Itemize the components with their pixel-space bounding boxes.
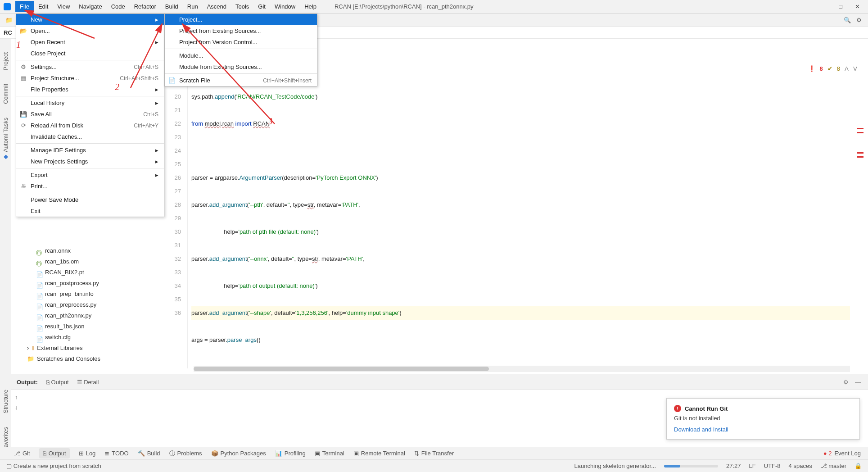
file-reload[interactable]: ⟳Reload All from DiskCtrl+Alt+Y (16, 120, 164, 131)
bt-problems[interactable]: ⓘ Problems (169, 449, 202, 458)
event-log-badge[interactable]: ● 2 (823, 450, 832, 457)
search-icon[interactable]: 🔍 (844, 17, 851, 23)
encoding[interactable]: UTF-8 (764, 463, 781, 469)
menu-ascend[interactable]: Ascend (203, 1, 231, 12)
new-from-vcs[interactable]: Project from Version Control... (165, 36, 317, 48)
new-module-existing[interactable]: Module from Existing Sources... (165, 61, 317, 73)
file-export[interactable]: Export▸ (16, 169, 164, 181)
tree-external-libs[interactable]: › ⫴ External Libraries (23, 343, 149, 354)
file-power-save[interactable]: Power Save Mode (16, 194, 164, 205)
bt-profiling[interactable]: 📊 Profiling (275, 450, 306, 457)
next-highlight[interactable]: ᐯ (853, 65, 857, 72)
editor-hscroll[interactable] (194, 366, 850, 372)
bt-file-transfer[interactable]: ⇅ File Transfer (414, 450, 454, 457)
editor[interactable]: 192021 222324 252627 282930 313233 34353… (164, 77, 850, 368)
menu-refactor[interactable]: Refactor (130, 1, 161, 12)
bt-log[interactable]: ⊞ Log (79, 450, 96, 457)
inspection-badges: ❗8 ✔8 ᐱ ᐯ (808, 65, 857, 72)
app-logo-icon (4, 3, 11, 10)
file-invalidate[interactable]: Invalidate Caches... (16, 131, 164, 142)
output-up-icon[interactable]: ↑ (15, 394, 18, 400)
output-down-icon[interactable]: ↓ (15, 404, 18, 411)
rail-structure[interactable]: Structure (2, 390, 9, 413)
new-scratch[interactable]: 📄Scratch FileCtrl+Alt+Shift+Insert (165, 75, 317, 86)
file-print[interactable]: 🖶Print... (16, 181, 164, 192)
bt-todo[interactable]: ≣ TODO (104, 450, 128, 457)
tree-item[interactable]: ⓜrcan_1bs.om (23, 256, 149, 267)
warning-count-icon[interactable]: ✔ (827, 65, 832, 72)
menu-code[interactable]: Code (107, 1, 130, 12)
minimize-button[interactable]: — (820, 3, 826, 10)
file-new[interactable]: New▸ (16, 14, 164, 25)
bt-remote-terminal[interactable]: ▣ Remote Terminal (353, 450, 405, 457)
menu-bar: File Edit View Navigate Code Refactor Bu… (0, 0, 868, 14)
line-separator[interactable]: LF (749, 463, 756, 469)
open-icon[interactable]: 📁 (5, 16, 14, 25)
menu-edit[interactable]: Edit (34, 1, 53, 12)
file-settings[interactable]: ⚙Settings...Ctrl+Alt+S (16, 61, 164, 73)
file-open[interactable]: 📂Open... (16, 25, 164, 36)
caret-position[interactable]: 27:27 (726, 463, 741, 469)
git-branch[interactable]: ⎇ master (820, 463, 846, 469)
file-save-all[interactable]: 💾Save AllCtrl+S (16, 109, 164, 120)
indent[interactable]: 4 spaces (789, 463, 812, 469)
tree-scratches[interactable]: 📁 Scratches and Consoles (23, 354, 149, 364)
tree-item[interactable]: 📄result_1bs.json (23, 321, 149, 332)
tree-item[interactable]: 📄rcan_preprocess.py (23, 300, 149, 310)
menu-run[interactable]: Run (183, 1, 203, 12)
lock-icon[interactable]: 🔒 (854, 463, 862, 469)
rail-project[interactable]: Project (2, 52, 9, 70)
menu-view[interactable]: View (53, 1, 74, 12)
bt-build[interactable]: 🔨 Build (138, 450, 160, 457)
file-close-project[interactable]: Close Project (16, 48, 164, 59)
tree-item[interactable]: 📄switch.cfg (23, 332, 149, 343)
file-open-recent[interactable]: Open Recent▸ (16, 36, 164, 48)
maximize-button[interactable]: □ (839, 3, 842, 10)
new-project[interactable]: Project... (165, 14, 317, 25)
file-manage-ide[interactable]: Manage IDE Settings▸ (16, 145, 164, 156)
error-count-icon[interactable]: ❗ (808, 65, 815, 72)
menu-tools[interactable]: Tools (231, 1, 253, 12)
notification-title: Cannot Run Git (685, 405, 728, 412)
tree-item[interactable]: 📄rcan_prep_bin.info (23, 289, 149, 300)
menu-navigate[interactable]: Navigate (74, 1, 106, 12)
bt-python-packages[interactable]: 📦 Python Packages (211, 450, 266, 457)
rail-commit[interactable]: Commit (2, 84, 9, 104)
close-button[interactable]: ✕ (855, 3, 860, 10)
tree-item[interactable]: 📄rcan_postprocess.py (23, 278, 149, 289)
code-lines[interactable]: sys.path.append('RCAN/RCAN_TestCode/code… (191, 77, 850, 368)
annotation-2: 2 (115, 82, 119, 92)
file-exit[interactable]: Exit (16, 205, 164, 217)
output-gear-icon[interactable]: ⚙ (843, 379, 849, 386)
menu-file[interactable]: File (15, 1, 34, 12)
file-project-structure[interactable]: ▦Project Structure...Ctrl+Alt+Shift+S (16, 73, 164, 84)
notification: !Cannot Run Git Git is not installed Dow… (666, 398, 860, 440)
bt-git[interactable]: ⎇ Git (14, 450, 30, 457)
tree-item[interactable]: ⓜrcan.onnx (23, 245, 149, 256)
menu-window[interactable]: Window (270, 1, 300, 12)
menu-build[interactable]: Build (161, 1, 183, 12)
window-controls: — □ ✕ (820, 3, 868, 10)
output-hide-icon[interactable]: — (855, 379, 861, 386)
folder-icon: 📂 (20, 27, 27, 35)
new-module[interactable]: Module... (165, 50, 317, 61)
menu-git[interactable]: Git (253, 1, 270, 12)
rail-automl[interactable]: ◆Automl Tasks (2, 118, 9, 161)
settings-gear-icon[interactable]: ⚙ (856, 17, 862, 23)
file-properties[interactable]: File Properties▸ (16, 84, 164, 95)
breadcrumb-root[interactable]: RC (4, 29, 12, 36)
output-tab[interactable]: ⎘ Output (46, 379, 69, 386)
new-from-existing[interactable]: Project from Existing Sources... (165, 25, 317, 36)
bt-terminal[interactable]: ▣ Terminal (315, 450, 344, 457)
tree-item[interactable]: 📄RCAN_BIX2.pt (23, 267, 149, 278)
file-local-history[interactable]: Local History▸ (16, 97, 164, 109)
status-task[interactable]: Launching skeleton generator... (574, 463, 656, 469)
tree-item[interactable]: 📄rcan_pth2onnx.py (23, 310, 149, 321)
detail-tab[interactable]: ☰ Detail (77, 379, 99, 386)
prev-highlight[interactable]: ᐱ (845, 65, 849, 72)
menu-help[interactable]: Help (300, 1, 321, 12)
notification-link[interactable]: Download and Install (674, 426, 852, 433)
file-new-projects-settings[interactable]: New Projects Settings▸ (16, 156, 164, 167)
bt-event-log[interactable]: Event Log (834, 450, 861, 457)
bt-output[interactable]: ⎘ Output (39, 448, 70, 458)
